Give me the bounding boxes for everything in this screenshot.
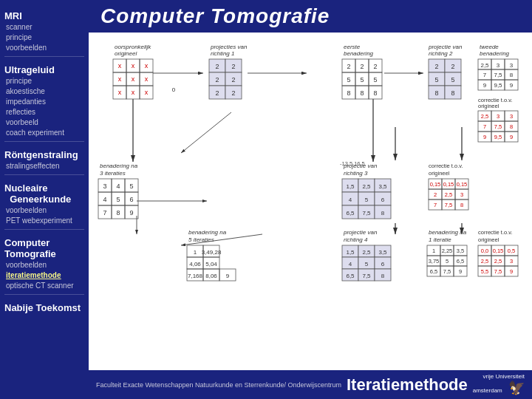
svg-text:2,5: 2,5 xyxy=(494,258,502,265)
sidebar-title-nucleaire[interactable]: Nucleaire Geneerkunde xyxy=(4,183,84,205)
svg-text:2: 2 xyxy=(231,76,235,83)
sidebar-item-principe-ug[interactable]: principe xyxy=(4,76,84,86)
svg-text:1,5: 1,5 xyxy=(346,183,355,190)
sidebar-item-reflecties[interactable]: reflecties xyxy=(4,107,84,117)
svg-text:-13,5    16,5: -13,5 16,5 xyxy=(340,160,365,167)
svg-text:7,5: 7,5 xyxy=(494,268,502,275)
sidebar-item-iteratiemethode[interactable]: iteratiemethode xyxy=(4,270,84,281)
sidebar-item-scanner[interactable]: scanner xyxy=(4,22,84,33)
svg-text:x: x xyxy=(145,62,149,69)
svg-text:2: 2 xyxy=(215,76,219,83)
svg-text:6,5: 6,5 xyxy=(457,258,464,265)
svg-text:7,5: 7,5 xyxy=(362,210,371,216)
svg-text:8: 8 xyxy=(451,89,454,97)
svg-text:correctie t.o.v.: correctie t.o.v. xyxy=(429,163,463,169)
svg-text:origineel: origineel xyxy=(115,50,137,57)
svg-text:5: 5 xyxy=(360,76,364,83)
page-header: Computer Tomografie xyxy=(89,0,532,33)
svg-text:richting 1: richting 1 xyxy=(211,50,234,57)
svg-text:9: 9 xyxy=(226,273,230,279)
svg-text:7: 7 xyxy=(483,72,487,78)
svg-line-259 xyxy=(181,112,231,153)
svg-text:4: 4 xyxy=(103,196,106,203)
svg-text:x: x xyxy=(118,89,122,96)
svg-text:8: 8 xyxy=(460,202,463,208)
svg-text:7: 7 xyxy=(483,123,486,130)
svg-text:2,5: 2,5 xyxy=(362,183,371,190)
sidebar-item-voorbeeld[interactable]: voorbeeld xyxy=(4,117,84,128)
svg-text:4: 4 xyxy=(116,183,120,190)
sidebar-item-coach-experiment[interactable]: coach experiment xyxy=(4,128,84,138)
svg-text:6: 6 xyxy=(129,196,133,203)
svg-text:3,49,28: 3,49,28 xyxy=(202,249,222,256)
svg-text:7,5: 7,5 xyxy=(362,273,371,279)
svg-text:2: 2 xyxy=(434,63,438,70)
svg-text:5: 5 xyxy=(347,76,350,83)
sidebar-section-ct: ComputerTomografie voorbeelden iteratiem… xyxy=(4,233,84,291)
sidebar-title-nabije[interactable]: Nabije Toekomst xyxy=(4,302,84,313)
svg-text:3: 3 xyxy=(460,191,463,198)
svg-text:eerste: eerste xyxy=(344,44,361,50)
svg-text:8: 8 xyxy=(381,210,385,216)
svg-text:oorspronkelijk: oorspronkelijk xyxy=(115,44,151,50)
svg-text:6,5: 6,5 xyxy=(430,268,437,275)
svg-text:x: x xyxy=(132,89,135,96)
sidebar-item-optische-ct[interactable]: optische CT scanner xyxy=(4,281,84,291)
sidebar-title-mri[interactable]: MRI xyxy=(4,10,84,21)
sidebar-title-rontgen[interactable]: Röntgenstraling xyxy=(4,149,84,160)
sidebar-item-impedanties[interactable]: impedanties xyxy=(4,97,84,107)
svg-text:7,168: 7,168 xyxy=(188,273,203,279)
svg-text:7,5: 7,5 xyxy=(494,72,502,78)
sidebar-item-stralingseffecten[interactable]: stralingseffecten xyxy=(4,161,84,171)
svg-text:tweede: tweede xyxy=(480,44,499,50)
svg-text:3: 3 xyxy=(497,62,500,69)
sidebar-item-principe-mri[interactable]: principe xyxy=(4,33,84,43)
svg-text:2: 2 xyxy=(434,191,437,198)
vu-logo: vrije Universiteit amsterdam 🦅 xyxy=(473,373,525,396)
svg-text:9: 9 xyxy=(459,268,462,275)
svg-text:projectie van: projectie van xyxy=(343,229,378,236)
sidebar-item-voorbeelden-ct[interactable]: voorbeelden xyxy=(4,260,84,270)
svg-text:4: 4 xyxy=(349,261,352,267)
svg-text:x: x xyxy=(145,75,149,83)
svg-text:2: 2 xyxy=(347,63,350,70)
sidebar: MRI scanner principe voorbeelden Ultrage… xyxy=(0,0,89,399)
svg-text:richting 4: richting 4 xyxy=(344,236,368,243)
iteratiemethode-diagram: oorspronkelijk origineel x x x x x x x xyxy=(92,38,528,356)
page-title: Computer Tomografie xyxy=(100,4,330,27)
svg-text:x: x xyxy=(145,89,149,96)
svg-text:projecties van: projecties van xyxy=(210,44,248,50)
sidebar-title-ct[interactable]: ComputerTomografie xyxy=(4,237,84,259)
svg-text:5: 5 xyxy=(446,258,449,265)
svg-text:7,5: 7,5 xyxy=(494,123,502,130)
svg-text:benadering na: benadering na xyxy=(100,163,138,169)
svg-text:4: 4 xyxy=(349,197,352,203)
svg-text:origineel: origineel xyxy=(478,103,499,109)
svg-text:richting 2: richting 2 xyxy=(429,50,453,57)
svg-text:9: 9 xyxy=(510,134,513,140)
svg-text:5,5: 5,5 xyxy=(481,268,488,275)
svg-text:2: 2 xyxy=(451,63,454,70)
svg-text:8: 8 xyxy=(510,72,514,78)
svg-text:9: 9 xyxy=(483,134,486,140)
svg-text:5,04: 5,04 xyxy=(205,261,217,267)
svg-text:0,15: 0,15 xyxy=(493,248,504,254)
svg-text:6,5: 6,5 xyxy=(346,210,355,216)
svg-text:9: 9 xyxy=(483,82,487,89)
svg-text:benadering na: benadering na xyxy=(188,229,227,236)
svg-text:2,25: 2,25 xyxy=(442,248,453,254)
svg-text:x: x xyxy=(132,75,135,83)
svg-text:9: 9 xyxy=(510,82,514,89)
sidebar-item-voorbeelden-mri[interactable]: voorbeelden xyxy=(4,43,84,53)
sidebar-title-ultrageluid[interactable]: Ultrageluid xyxy=(4,64,84,75)
bottom-bar: Faculteit Exacte Wetenschappen Natuurkun… xyxy=(89,370,532,399)
svg-text:2,5: 2,5 xyxy=(362,249,371,256)
svg-text:3: 3 xyxy=(510,113,513,120)
sidebar-item-akoestische[interactable]: akoestische xyxy=(4,86,84,97)
sidebar-item-pet[interactable]: PET webexperiment xyxy=(4,216,84,226)
svg-text:2: 2 xyxy=(360,63,364,70)
bottom-title[interactable]: Iteratiemethode xyxy=(341,375,473,395)
sidebar-item-voorbeelden-nuc[interactable]: voorbeelden xyxy=(4,205,84,216)
svg-text:3: 3 xyxy=(103,183,106,190)
svg-text:8: 8 xyxy=(347,89,350,97)
